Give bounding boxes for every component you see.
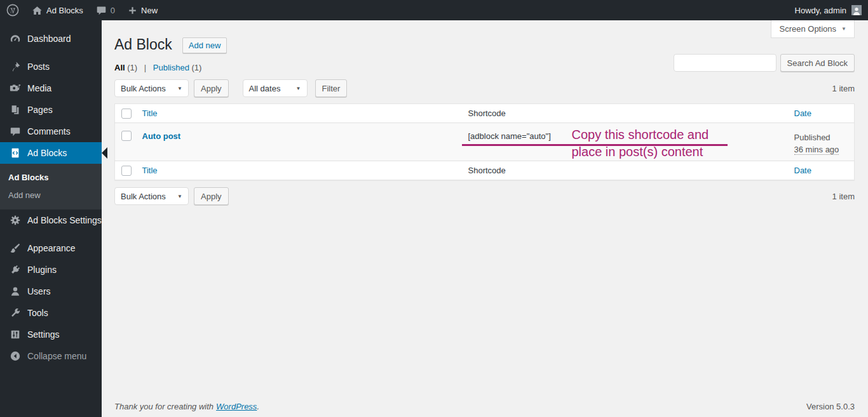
sidebar-item-label: Ad Blocks Settings [27,215,102,225]
new-content-link[interactable]: New [121,0,164,20]
account-menu[interactable]: Howdy, admin [789,0,868,20]
select-all-checkbox[interactable] [121,109,132,119]
comments-icon [9,125,22,138]
column-footer-title[interactable]: Title [142,166,158,175]
wordpress-logo-icon [6,4,19,17]
column-header-date[interactable]: Date [794,109,811,118]
code-document-icon [9,147,22,159]
gear-icon [9,214,22,227]
site-name-label: Ad Blocks [46,6,83,15]
sidebar: Dashboard Posts Media Pages Comments [0,20,102,417]
search-ad-block-button[interactable]: Search Ad Block [780,54,855,72]
bulk-actions-select[interactable]: Bulk Actions ▼ [114,79,189,97]
annotation-line-1: Copy this shortcode and [572,126,709,143]
sidebar-subitem-ad-blocks[interactable]: Ad Blocks [0,169,102,187]
sidebar-item-users[interactable]: Users [0,281,102,302]
add-new-button[interactable]: Add new [182,37,227,53]
pages-icon [9,103,22,116]
filter-published-link[interactable]: Published [153,63,189,72]
brush-icon [9,242,22,255]
plus-icon [128,6,137,15]
row-status: Published [794,133,831,142]
column-header-shortcode: Shortcode [462,104,788,123]
sidebar-item-collapse-menu[interactable]: Collapse menu [0,345,102,367]
sidebar-item-label: Settings [27,329,60,340]
chevron-down-icon: ▼ [841,26,846,32]
sidebar-item-posts[interactable]: Posts [0,56,102,77]
sidebar-item-label: Collapse menu [27,351,86,361]
sidebar-item-media[interactable]: Media [0,77,102,99]
item-count-bottom: 1 item [832,192,855,201]
annotation-note: Copy this shortcode and place in post(s)… [572,126,709,161]
row-title-link[interactable]: Auto post [142,131,181,141]
user-icon [9,285,22,298]
screen-options-label: Screen Options [779,24,836,34]
dates-filter-select[interactable]: All dates ▼ [243,79,308,97]
site-name-link[interactable]: Ad Blocks [25,0,90,20]
sidebar-item-label: Users [27,286,51,296]
version-label: Version 5.0.3 [806,402,855,411]
column-footer-date[interactable]: Date [794,166,811,175]
sidebar-item-pages[interactable]: Pages [0,99,102,121]
filter-all-link[interactable]: All [114,63,125,72]
sidebar-item-label: Comments [27,126,71,136]
sidebar-item-label: Media [27,83,51,93]
ad-blocks-table: Title Shortcode Date Auto post [adblock … [114,103,855,180]
sidebar-item-comments[interactable]: Comments [0,121,102,142]
sidebar-item-dashboard[interactable]: Dashboard [0,28,102,50]
comments-link[interactable]: 0 [90,0,121,20]
sidebar-item-ad-blocks[interactable]: Ad Blocks [0,142,102,164]
item-count: 1 item [832,84,855,93]
column-header-title[interactable]: Title [142,109,158,118]
new-label: New [141,6,158,15]
sidebar-item-ad-blocks-settings[interactable]: Ad Blocks Settings [0,209,102,231]
footer: Thank you for creating withWordPress. Ve… [114,402,855,411]
page-title: Ad Block [114,36,172,55]
wp-logo-menu[interactable] [0,0,25,20]
sidebar-separator [0,231,102,237]
admin-bar: Ad Blocks 0 New Howdy, admin [0,0,868,20]
apply-button[interactable]: Apply [194,79,229,97]
select-all-checkbox[interactable] [121,166,132,176]
sidebar-item-label: Plugins [27,265,57,275]
screen-options-tab[interactable]: Screen Options ▼ [771,20,855,38]
shortcode-value: [adblock name="auto"] [468,131,551,141]
sidebar-item-settings[interactable]: Settings [0,324,102,345]
sidebar-item-label: Ad Blocks [27,148,67,158]
filter-separator: | [144,63,146,72]
avatar [851,5,862,15]
pin-icon [9,60,22,73]
bulk-actions-value: Bulk Actions [121,192,166,201]
table-footer-row: Title Shortcode Date [115,161,855,180]
filter-button[interactable]: Filter [315,79,348,97]
sidebar-item-tools[interactable]: Tools [0,302,102,324]
select-arrow-icon: ▼ [177,194,182,199]
row-date: 36 mins ago [794,145,839,155]
annotation-underline [462,144,728,146]
search-input[interactable] [674,54,776,72]
main-content: Screen Options ▼ Ad Block Add new Search… [102,20,868,417]
sliders-icon [9,328,22,341]
apply-button-bottom[interactable]: Apply [194,187,229,205]
sidebar-item-label: Appearance [27,243,76,253]
comment-count: 0 [111,6,115,15]
comment-icon [96,5,107,16]
annotation-line-2: place in post(s) content [572,143,709,161]
sidebar-item-plugins[interactable]: Plugins [0,259,102,281]
table-header-row: Title Shortcode Date [115,104,855,123]
sidebar-item-label: Tools [27,308,48,318]
wrench-icon [9,307,22,319]
sidebar-subitem-add-new[interactable]: Add new [0,187,102,204]
sidebar-item-appearance[interactable]: Appearance [0,237,102,259]
select-arrow-icon: ▼ [177,86,182,91]
bulk-actions-select-bottom[interactable]: Bulk Actions ▼ [114,187,189,205]
filter-all-count: (1) [127,63,137,72]
current-menu-arrow-icon [102,147,107,159]
column-footer-shortcode: Shortcode [462,161,788,180]
howdy-label: Howdy, admin [795,6,846,15]
footer-thanks-period: . [257,402,259,411]
sidebar-item-label: Posts [27,62,50,72]
table-row: Auto post [adblock name="auto"] Copy thi… [115,123,855,161]
wordpress-link[interactable]: WordPress [216,402,257,411]
row-checkbox[interactable] [121,131,132,141]
